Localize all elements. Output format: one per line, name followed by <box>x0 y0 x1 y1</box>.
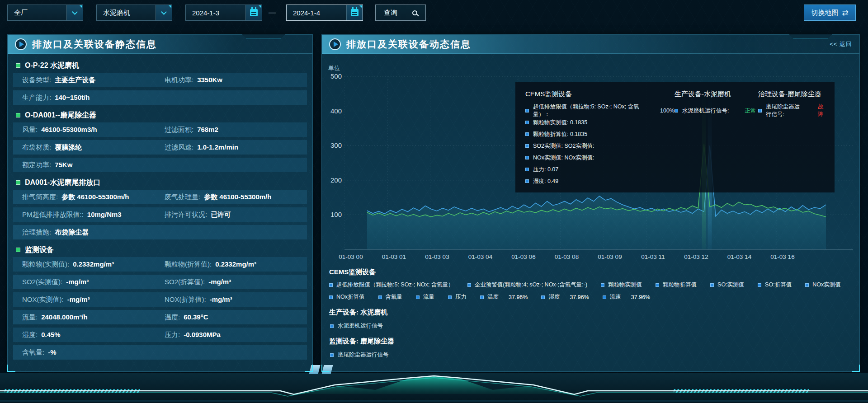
field-label: 颗粒物(折算值): <box>165 260 212 269</box>
section-header: O-P-22 水泥磨机 <box>13 58 307 73</box>
legend-item[interactable]: 颗粒物实测值 <box>601 281 642 289</box>
legend-marker-icon <box>525 156 529 159</box>
cems-section-title: CEMS监测设备 <box>329 268 852 276</box>
info-cell: 排气筒高度:参数 46100-55300m/h <box>22 193 165 202</box>
field-value: 75Kw <box>55 161 72 169</box>
green-square-icon <box>16 248 20 252</box>
date-to-picker-button[interactable] <box>346 5 363 20</box>
search-icon <box>412 10 417 15</box>
legend-item[interactable]: NOx实测值 <box>805 281 841 289</box>
date-from-picker-button[interactable] <box>245 5 262 20</box>
legend-item[interactable]: 含氧量 <box>378 293 403 301</box>
field-value: 1.0-1.2m/min <box>197 143 238 151</box>
tooltip-production-signal: 水泥磨机运行信号: 正常 <box>675 105 758 117</box>
legend-item[interactable]: 流速37.96% <box>603 293 650 301</box>
static-info-header: 排放口及关联设备静态信息 <box>8 35 312 54</box>
info-row: PM超低排排放限值::10mg/Nm3排污许可状况:已许可 <box>13 207 307 222</box>
query-button[interactable]: 查询 <box>375 5 426 21</box>
static-info-panel: 排放口及关联设备静态信息 O-P-22 水泥磨机设备类型:主要生产设备电机功率:… <box>7 34 313 372</box>
field-label: 风量: <box>22 126 38 134</box>
info-cell: 过滤面积:768m2 <box>165 126 307 134</box>
device-select-dropdown-button[interactable] <box>156 5 172 20</box>
info-row: 生产能力:140~150t/h <box>13 90 307 105</box>
legend-marker-icon <box>448 295 452 299</box>
legend-marker-icon <box>330 353 334 357</box>
device-select[interactable]: 水泥磨机 <box>96 5 172 21</box>
legend-marker-icon <box>330 324 334 328</box>
legend-item[interactable]: 企业预警值(颗粒物:4; sOz-; NOx-;含氧气量:-) <box>467 281 587 289</box>
info-row: 治理措施:布袋除尘器 <box>13 225 307 239</box>
info-row: 设备类型:主要生产设备电机功率:3350Kw <box>13 73 307 87</box>
plant-select-value: 全厂 <box>8 9 66 17</box>
info-cell: 颗粒物(实测值):0.2332mg/m³ <box>22 260 165 269</box>
field-label: 温度: <box>165 313 180 322</box>
legend-item[interactable]: SO:折算值 <box>758 281 792 289</box>
green-square-icon <box>16 63 20 68</box>
section-title: 监测设备 <box>25 245 54 255</box>
x-axis-tick-label: 01-03 12 <box>684 253 708 260</box>
plant-select[interactable]: 全厂 <box>7 5 83 21</box>
x-axis-tick-label: 01-03 01 <box>382 253 406 260</box>
field-label: 电机功率: <box>165 76 193 84</box>
calendar-icon <box>250 9 258 16</box>
field-value: 3350Kw <box>197 76 222 84</box>
section-header: O-DA001--磨尾除尘器 <box>13 108 307 122</box>
legend-marker-icon <box>758 283 761 287</box>
device-select-value: 水泥磨机 <box>97 9 156 17</box>
static-info-title: 排放口及关联设备静态信息 <box>32 38 157 51</box>
legend-item[interactable]: NOx折算值 <box>329 293 365 301</box>
field-value: 0.2332mg/m³ <box>215 260 256 268</box>
query-button-label: 查询 <box>384 9 397 17</box>
chevron-down-icon <box>72 9 78 15</box>
y-axis-tick-label: 200 <box>330 176 342 184</box>
date-from-value: 2024-1-3 <box>186 9 245 17</box>
field-label: 颗粒物(实测值): <box>22 260 69 269</box>
dynamic-info-header: 排放口及关联设备动态信息 << 返回 <box>322 35 859 54</box>
info-cell: 含氧量:-% <box>22 348 165 357</box>
field-label: 设备类型: <box>22 76 51 84</box>
legend-marker-icon <box>541 295 545 299</box>
field-value: 0.45% <box>41 331 61 338</box>
field-value: -mg/m³ <box>208 278 231 286</box>
legend-marker-icon <box>329 295 333 299</box>
field-label: 湿度: <box>22 331 38 339</box>
plant-select-dropdown-button[interactable] <box>66 5 83 20</box>
x-axis-tick-label: 01-03 09 <box>598 253 622 260</box>
section-title: O-DA001--磨尾除尘器 <box>25 111 96 120</box>
field-label: PM超低排排放限值:: <box>22 211 84 219</box>
info-cell: 风量:46100-55300m3/h <box>22 126 165 134</box>
tooltip-item: 湿度: 0.49 <box>525 175 675 187</box>
tooltip-treatment-signal: 磨尾除尘器运行信号: 故障 <box>758 105 826 117</box>
back-link[interactable]: << 返回 <box>830 40 852 48</box>
info-cell: 压力:-0.0930MPa <box>165 331 307 339</box>
switch-map-button[interactable]: 切换地图 ⇄ <box>804 5 856 21</box>
legend-item[interactable]: SO:实测值 <box>710 281 744 289</box>
info-cell: 额定功率:75Kw <box>22 161 165 169</box>
field-value: 768m2 <box>197 126 218 133</box>
x-axis-tick-label: 01-03 16 <box>770 253 794 260</box>
legend-marker-icon <box>710 283 714 287</box>
legend-marker-icon <box>378 295 382 299</box>
field-value: 覆膜涤纶 <box>55 143 82 152</box>
field-value: 24048.000m³/h <box>41 313 88 321</box>
field-value: 46100-55300m3/h <box>41 126 97 133</box>
legend-item[interactable]: 温度37.96% <box>480 293 528 301</box>
field-label: 废气处理量: <box>165 193 200 202</box>
date-from-input[interactable]: 2024-1-3 <box>185 5 262 21</box>
signal-item: 水泥磨机运行信号 <box>330 322 852 330</box>
info-row: 风量:46100-55300m3/h过滤面积:768m2 <box>13 122 307 137</box>
info-cell: NOX(折算值):-mg/m³ <box>165 295 307 304</box>
legend-marker-icon <box>603 295 606 299</box>
legend-item[interactable]: 湿度37.96% <box>541 293 589 301</box>
legend-item[interactable]: 超低排放限值（颗拉物:5: SOz-; NOx; 含氧量） <box>329 281 454 289</box>
play-icon <box>15 38 27 50</box>
legend-item[interactable]: 颗粒物折算值 <box>656 281 697 289</box>
field-label: SO2(折算值): <box>165 278 205 286</box>
field-label: 排污许可状况: <box>165 211 207 219</box>
field-label: 压力: <box>165 331 180 339</box>
y-axis-tick-label: 100 <box>330 211 342 218</box>
legend-item[interactable]: 压力 <box>448 293 467 301</box>
legend-item[interactable]: 流量 <box>416 293 434 301</box>
info-row: 含氧量:-% <box>13 345 307 360</box>
date-to-input[interactable]: 2024-1-4 <box>286 5 363 21</box>
